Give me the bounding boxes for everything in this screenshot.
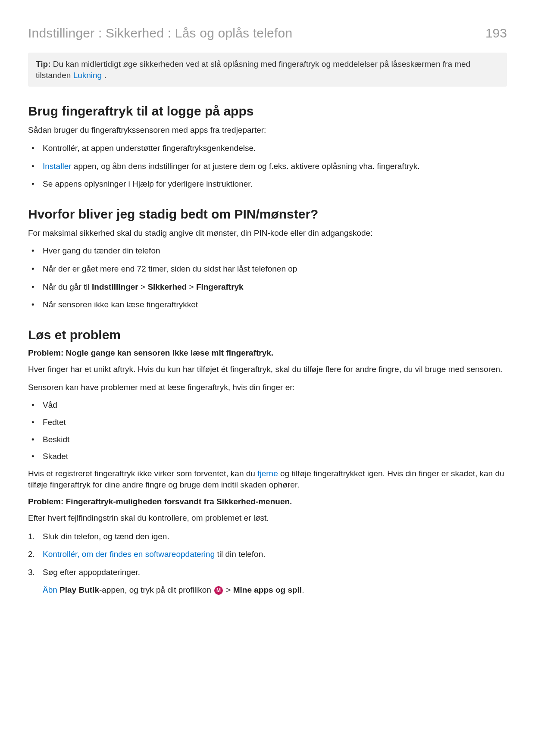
gt-sep: >: [138, 282, 148, 291]
gt-sep: >: [187, 282, 196, 291]
tip-link-lukning[interactable]: Lukning: [73, 71, 102, 80]
section1-bullets: Kontrollér, at appen understøtter finger…: [28, 143, 507, 190]
link-software-update[interactable]: Kontrollér, om der findes en softwareopd…: [43, 550, 215, 559]
problem2-intro: Efter hvert fejlfindingstrin skal du kon…: [28, 512, 507, 524]
link-open[interactable]: Åbn: [43, 585, 57, 594]
p3-pre: Hvis et registreret fingeraftryk ikke vi…: [28, 469, 257, 478]
finger-state-bullets: Våd Fedtet Beskidt Skadet: [28, 400, 507, 462]
list-item: Kontrollér, at appen understøtter finger…: [28, 143, 507, 154]
list-item-text: appen, og åbn dens indstillinger for at …: [72, 162, 420, 171]
step-main: Søg efter appopdateringer.: [43, 568, 140, 577]
link-installer[interactable]: Installer: [43, 162, 72, 171]
step-item: Søg efter appopdateringer. Åbn Play Buti…: [28, 566, 507, 596]
page-header: Indstillinger : Sikkerhed : Lås og oplås…: [28, 26, 507, 41]
my-apps-bold: Mine apps og spil: [233, 585, 302, 594]
list-item: Beskidt: [28, 434, 507, 445]
path-security: Sikkerhed: [147, 282, 187, 291]
breadcrumb: Indstillinger : Sikkerhed : Lås og oplås…: [28, 26, 292, 41]
section2-intro: For maksimal sikkerhed skal du stadig an…: [28, 228, 507, 239]
step-text: til din telefon.: [215, 550, 265, 559]
section-heading-fingerprint-apps: Brug fingeraftryk til at logge på apps: [28, 104, 507, 119]
list-item: Når der er gået mere end 72 timer, siden…: [28, 263, 507, 275]
step-extra: Åbn Play Butik-appen, og tryk på dit pro…: [43, 584, 507, 596]
step-extra-mid: -appen, og tryk på dit profilikon: [99, 585, 213, 594]
tip-callout: Tip: Du kan midlertidigt øge sikkerheden…: [28, 53, 507, 87]
problem1-p3: Hvis et registreret fingeraftryk ikke vi…: [28, 468, 507, 490]
tip-text-end: .: [102, 71, 106, 80]
section1-intro: Sådan bruger du fingeraftrykssensoren me…: [28, 125, 507, 136]
profile-icon: M: [214, 586, 223, 595]
section2-bullets: Hver gang du tænder din telefon Når der …: [28, 245, 507, 310]
path-fingerprint: Fingeraftryk: [196, 282, 244, 291]
list-item: Skadet: [28, 451, 507, 462]
list-item: Når sensoren ikke kan læse fingeraftrykk…: [28, 299, 507, 310]
problem1-heading: Problem: Nogle gange kan sensoren ikke l…: [28, 348, 507, 358]
problem2-heading: Problem: Fingeraftryk-muligheden forsvan…: [28, 497, 507, 506]
step-item: Kontrollér, om der findes en softwareopd…: [28, 548, 507, 560]
list-item: Våd: [28, 400, 507, 411]
document-page: Indstillinger : Sikkerhed : Lås og oplås…: [0, 0, 535, 756]
list-item: Hver gang du tænder din telefon: [28, 245, 507, 256]
list-item: Fedtet: [28, 417, 507, 428]
path-settings: Indstillinger: [92, 282, 138, 291]
page-number: 193: [485, 26, 507, 41]
section-heading-why-pin: Hvorfor bliver jeg stadig bedt om PIN/mø…: [28, 207, 507, 222]
play-store-bold: Play Butik: [57, 585, 99, 594]
tip-label: Tip:: [36, 59, 50, 69]
list-item-text: Når du går til: [43, 282, 92, 291]
problem1-p1: Hver finger har et unikt aftryk. Hvis du…: [28, 364, 507, 375]
step-extra-end: .: [302, 585, 304, 594]
list-item: Installer appen, og åbn dens indstilling…: [28, 161, 507, 172]
problem1-p2: Sensoren kan have problemer med at læse …: [28, 382, 507, 393]
link-fjerne[interactable]: fjerne: [257, 469, 278, 478]
list-item: Når du går til Indstillinger > Sikkerhed…: [28, 281, 507, 293]
section-heading-solve-problem: Løs et problem: [28, 328, 507, 342]
gt-sep: >: [224, 585, 233, 594]
list-item: Se appens oplysninger i Hjælp for yderli…: [28, 178, 507, 190]
troubleshoot-steps: Sluk din telefon, og tænd den igen. Kont…: [28, 531, 507, 596]
step-item: Sluk din telefon, og tænd den igen.: [28, 531, 507, 543]
